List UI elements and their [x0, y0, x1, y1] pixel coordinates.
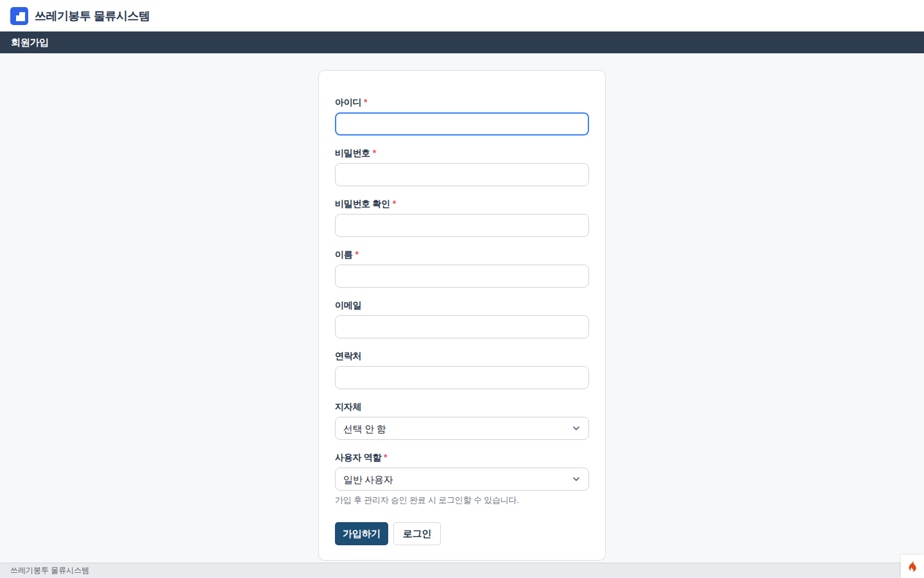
signup-button[interactable]: 가입하기	[335, 522, 388, 545]
password-input[interactable]	[335, 163, 589, 186]
app-logo-icon	[10, 7, 28, 25]
email-label: 이메일	[335, 300, 589, 311]
municipality-select[interactable]: 선택 안 함	[335, 417, 589, 440]
userid-label: 아이디*	[335, 97, 589, 108]
flame-icon	[906, 559, 919, 574]
footer-text: 쓰레기봉투 물류시스템	[10, 565, 89, 576]
contact-input[interactable]	[335, 366, 589, 389]
app-title: 쓰레기봉투 물류시스템	[35, 8, 150, 24]
form-group-contact: 연락처	[335, 351, 589, 389]
userid-input[interactable]	[335, 112, 589, 136]
municipality-select-wrap: 선택 안 함	[335, 417, 589, 440]
form-group-userid: 아이디*	[335, 97, 589, 136]
contact-label: 연락처	[335, 351, 589, 362]
required-asterisk: *	[393, 198, 396, 209]
form-group-password-confirm: 비밀번호 확인*	[335, 198, 589, 237]
form-group-email: 이메일	[335, 300, 589, 338]
main-content: 아이디* 비밀번호* 비밀번호 확인* 이름* 이메일	[0, 70, 924, 578]
email-input[interactable]	[335, 315, 589, 338]
page-footer: 쓰레기봉투 물류시스템	[0, 563, 924, 578]
page-title: 회원가입	[11, 37, 49, 49]
password-confirm-label: 비밀번호 확인*	[335, 198, 589, 209]
form-group-password: 비밀번호*	[335, 148, 589, 186]
name-input[interactable]	[335, 265, 589, 288]
required-asterisk: *	[384, 452, 387, 462]
required-asterisk: *	[355, 249, 358, 259]
name-label: 이름*	[335, 249, 589, 260]
page-title-bar: 회원가입	[0, 31, 924, 53]
form-group-municipality: 지자체 선택 안 함	[335, 401, 589, 440]
debug-toolbar-toggle[interactable]	[901, 555, 924, 578]
form-group-role: 사용자 역할* 일반 사용자 가입 후 관리자 승인 완료 시 로그인할 수 있…	[335, 452, 589, 506]
required-asterisk: *	[373, 148, 376, 158]
app-header: 쓰레기봉투 물류시스템	[0, 0, 924, 31]
signup-form-card: 아이디* 비밀번호* 비밀번호 확인* 이름* 이메일	[318, 70, 606, 561]
password-label: 비밀번호*	[335, 148, 589, 159]
password-confirm-input[interactable]	[335, 214, 589, 237]
approval-help-text: 가입 후 관리자 승인 완료 시 로그인할 수 있습니다.	[335, 495, 589, 506]
role-select-wrap: 일반 사용자	[335, 468, 589, 491]
municipality-label: 지자체	[335, 401, 589, 412]
required-asterisk: *	[364, 97, 367, 107]
form-group-name: 이름*	[335, 249, 589, 288]
role-select[interactable]: 일반 사용자	[335, 468, 589, 491]
role-label: 사용자 역할*	[335, 452, 589, 463]
login-button[interactable]: 로그인	[393, 522, 441, 545]
button-row: 가입하기 로그인	[335, 522, 589, 545]
